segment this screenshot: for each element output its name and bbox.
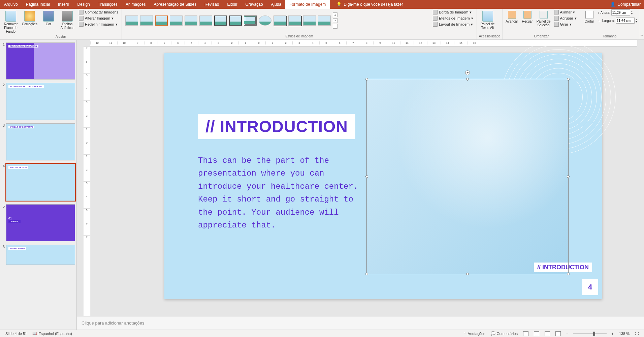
- share-button[interactable]: 👤 Compartilhar: [610, 2, 641, 7]
- tab-pagina-inicial[interactable]: Página Inicial: [22, 0, 54, 9]
- tab-animacoes[interactable]: Animações: [122, 0, 150, 9]
- slide-body-text[interactable]: This can be the part of the presentation…: [198, 154, 360, 232]
- notes-placeholder: Clique para adicionar anotações: [82, 320, 144, 326]
- handle-bm[interactable]: [466, 273, 469, 275]
- menu-tabs: Arquivo Página Inicial Inserir Design Tr…: [0, 0, 644, 9]
- zoom-handle[interactable]: [593, 332, 595, 336]
- style-thumb-8[interactable]: [229, 16, 242, 26]
- handle-bl[interactable]: [365, 273, 368, 275]
- slide-thumb-4[interactable]: // INTRODUCTION: [6, 164, 75, 201]
- view-sorter-button[interactable]: [531, 331, 542, 336]
- style-thumb-5[interactable]: [185, 16, 197, 26]
- view-normal-button[interactable]: [520, 331, 531, 336]
- zoom-level[interactable]: 138 %: [616, 332, 632, 336]
- zoom-out-button[interactable]: −: [564, 332, 571, 336]
- slide-thumb-5[interactable]: 01 CENTER_: [6, 204, 75, 241]
- efeitos-artisticos-button[interactable]: Efeitos Artísticos: [59, 9, 76, 31]
- redefinir-imagem-button[interactable]: Redefinir Imagem ▾: [77, 22, 120, 27]
- largura-input[interactable]: [616, 18, 635, 24]
- handle-tm[interactable]: [466, 78, 469, 81]
- alterar-imagem-button[interactable]: Alterar Imagem ▾: [77, 16, 120, 21]
- compactar-imagens-button[interactable]: Compactar Imagens: [77, 9, 120, 15]
- avancar-button[interactable]: Avançar: [505, 9, 519, 25]
- thumb-num-1: 1: [1, 42, 6, 80]
- collapse-ribbon-button[interactable]: ⌃: [639, 9, 644, 39]
- style-thumb-9[interactable]: [244, 16, 257, 26]
- rotate-handle[interactable]: ⟳: [465, 70, 470, 75]
- girar-button[interactable]: Girar ▾: [553, 22, 578, 27]
- slide-thumb-6[interactable]: // OUR CENTER: [6, 245, 75, 265]
- handle-tl[interactable]: [365, 78, 368, 81]
- style-thumb-6[interactable]: [199, 16, 212, 26]
- tab-inserir[interactable]: Inserir: [54, 0, 73, 9]
- zoom-in-button[interactable]: +: [609, 332, 616, 336]
- painel-texto-alt-button[interactable]: Painel de Texto Alt: [479, 9, 496, 31]
- style-thumb-10[interactable]: [259, 16, 271, 26]
- handle-tr[interactable]: [567, 78, 570, 81]
- style-thumb-2[interactable]: [140, 16, 153, 26]
- fit-to-window-button[interactable]: ⛶: [632, 332, 641, 336]
- alinhar-button[interactable]: Alinhar ▾: [553, 9, 578, 15]
- largura-spinner[interactable]: ▴▾: [636, 18, 637, 23]
- remover-plano-button[interactable]: Remover Plano de Fundo: [2, 9, 20, 35]
- language-status[interactable]: 📖 Espanhol (Espanha): [30, 331, 75, 336]
- gallery-more-button[interactable]: ⋯: [333, 24, 337, 29]
- tab-transicoes[interactable]: Transições: [94, 0, 122, 9]
- recuar-button[interactable]: Recuar: [520, 9, 535, 25]
- style-thumb-1[interactable]: [125, 16, 138, 26]
- handle-ml[interactable]: [365, 175, 368, 178]
- style-thumb-12[interactable]: [288, 16, 301, 26]
- tab-gravacao[interactable]: Gravação: [242, 0, 267, 9]
- tell-me-search[interactable]: 💡 Diga-me o que você deseja fazer: [336, 2, 403, 7]
- gallery-scroll-down[interactable]: ▾: [333, 18, 337, 23]
- slide-title[interactable]: // INTRODUCTION: [198, 114, 355, 139]
- tab-arquivo[interactable]: Arquivo: [0, 0, 22, 9]
- crop-icon: [585, 11, 593, 19]
- style-thumb-13[interactable]: [303, 16, 316, 26]
- thumb-3-title: // TABLE OF CONTENTS: [8, 126, 34, 128]
- handle-mr[interactable]: [567, 175, 570, 178]
- tab-apresentacao[interactable]: Apresentação de Slides: [150, 0, 200, 9]
- gallery-scroll-up[interactable]: ▴: [333, 12, 337, 17]
- view-slideshow-button[interactable]: [553, 331, 564, 336]
- handle-br[interactable]: [567, 273, 570, 275]
- agrupar-button[interactable]: Agrupar ▾: [553, 16, 578, 21]
- view-reading-button[interactable]: [542, 331, 553, 336]
- tab-formato-imagem[interactable]: Formato de Imagem: [285, 0, 330, 9]
- cortar-button[interactable]: Cortar: [582, 9, 597, 25]
- painel-selecao-button[interactable]: Painel de Seleção: [536, 9, 551, 28]
- slide-thumb-3[interactable]: // TABLE OF CONTENTS: [6, 123, 75, 160]
- borda-imagem-button[interactable]: Borda de Imagem ▾: [431, 9, 475, 15]
- efeitos-imagem-button[interactable]: Efeitos de Imagem ▾: [431, 16, 475, 21]
- slide-page-number[interactable]: 4: [582, 279, 598, 295]
- status-bar: Slide 4 de 51 📖 Espanhol (Espanha) ≐ Ano…: [0, 330, 644, 337]
- cor-button[interactable]: Cor: [40, 9, 57, 27]
- tab-revisao[interactable]: Revisão: [200, 0, 223, 9]
- comentarios-label: Comentários: [497, 332, 518, 336]
- style-thumb-14[interactable]: [318, 16, 331, 26]
- slide-thumb-2[interactable]: // CONTENTS OF THIS TEMPLATE: [6, 83, 75, 120]
- altura-spinner[interactable]: ▴▾: [631, 10, 633, 15]
- notes-pane[interactable]: Clique para adicionar anotações: [77, 316, 644, 330]
- zoom-slider[interactable]: [573, 333, 607, 334]
- style-thumb-7[interactable]: [214, 16, 227, 26]
- layout-imagem-button[interactable]: Layout de Imagem ▾: [431, 22, 475, 27]
- comentarios-button[interactable]: 💬 Comentários: [488, 331, 520, 336]
- group-icon: [554, 16, 559, 21]
- style-thumb-3[interactable]: [155, 16, 168, 26]
- tab-ajuda[interactable]: Ajuda: [267, 0, 286, 9]
- correcoes-button[interactable]: Correções: [21, 9, 38, 27]
- slide-canvas[interactable]: // INTRODUCTION This can be the part of …: [164, 53, 602, 299]
- slide-counter[interactable]: Slide 4 de 51: [3, 332, 30, 336]
- painel-selecao-label: Painel de Seleção: [537, 20, 551, 27]
- girar-label: Girar: [560, 22, 568, 26]
- anotacoes-button[interactable]: ≐ Anotações: [461, 331, 488, 336]
- style-thumb-11[interactable]: [273, 16, 286, 26]
- tab-design[interactable]: Design: [73, 0, 94, 9]
- tab-exibir[interactable]: Exibir: [223, 0, 242, 9]
- slide-thumb-1[interactable]: TECHNOLOGY INNOVATION: [6, 42, 75, 80]
- altura-input[interactable]: [611, 9, 630, 16]
- style-thumb-4[interactable]: [170, 16, 183, 26]
- borda-label: Borda de Imagem: [439, 10, 468, 14]
- layout-imagem-label: Layout de Imagem: [439, 22, 470, 26]
